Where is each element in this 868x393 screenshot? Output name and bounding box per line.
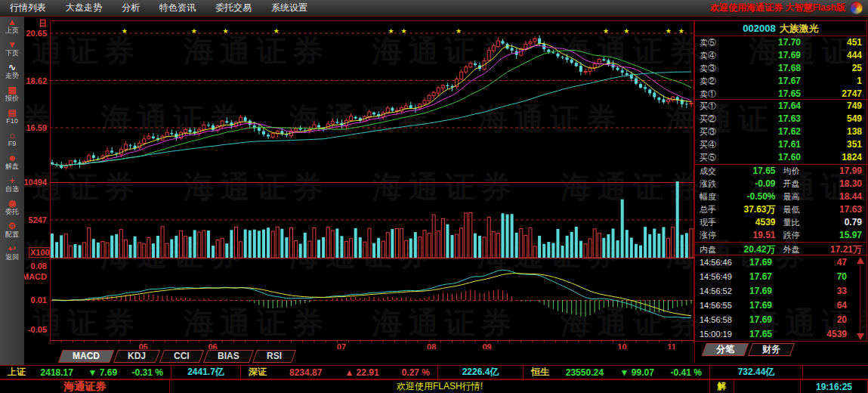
sidebar-item-label: 配置 <box>0 231 24 238</box>
detail-value: -0.09 <box>727 178 776 190</box>
level-volume: 25 <box>801 62 862 75</box>
detail-label: 跌停 <box>783 229 814 242</box>
sidebar-item-back[interactable]: ↩返回 <box>0 243 24 266</box>
sidebar-item-f9[interactable]: ⌂F9 <box>0 130 24 153</box>
tab-bias[interactable]: BIAS <box>203 350 254 363</box>
menu-bar: 行情列表大盘走势分析特色资讯委托交易系统设置 欢迎使用海通证券 大智慧Flash… <box>0 0 868 17</box>
outer-volume-value: 17.21万 <box>814 243 863 255</box>
event-star-icon: ★ <box>191 27 197 35</box>
tick-volume: 33 <box>793 284 862 299</box>
sidebar-item-page-up[interactable]: ▲上页 <box>0 17 24 39</box>
bid-row[interactable]: 买④17.61351 <box>695 138 866 151</box>
sidebar-item-trend[interactable]: ∿走势 <box>0 62 24 85</box>
index-change-percent: -0.31 % <box>132 367 163 378</box>
tab-kdj[interactable]: KDJ <box>113 350 160 363</box>
sidebar-item-order[interactable]: ◉委托 <box>0 198 24 221</box>
detail-row: 总手37.63万最低17.63 <box>695 203 866 216</box>
tick-price: 17.65 <box>749 327 793 342</box>
menu-item-2[interactable]: 大盘走势 <box>56 0 112 16</box>
sidebar-item-f10[interactable]: ▤F10 <box>0 107 24 130</box>
level-volume: 451 <box>801 36 862 49</box>
menu-item-5[interactable]: 委托交易 <box>205 0 261 16</box>
sidebar-item-settings[interactable]: ⚙配置 <box>0 221 24 243</box>
detail-value: 4539 <box>727 216 776 229</box>
x-axis-month-label: 10 <box>617 342 626 349</box>
detail-value: 17.63 <box>814 203 863 216</box>
tab-label: MACD <box>73 351 100 362</box>
level-volume: 1824 <box>801 151 862 164</box>
event-star-icon: ★ <box>122 27 128 35</box>
sidebar-item-commentary[interactable]: ☻解盘 <box>0 153 24 175</box>
trend-line-icon: ∿ <box>0 62 24 73</box>
tick-list: 14:56:4617.694714:56:4917.677014:56:5217… <box>695 255 866 342</box>
level-price: 17.65 <box>731 88 801 100</box>
scroll-track[interactable] <box>860 265 860 332</box>
detail-label: 成交 <box>700 165 727 178</box>
scroll-up-icon[interactable] <box>857 257 864 264</box>
menu-item-1[interactable]: 行情列表 <box>0 0 56 16</box>
indicator-tab-bar: MACDKDJCCIBIASRSI <box>60 350 298 363</box>
tick-scrollbar[interactable] <box>856 257 865 340</box>
event-star-icon: ★ <box>666 27 672 35</box>
ask-row[interactable]: 卖①17.652747 <box>695 88 866 101</box>
menu-item-3[interactable]: 分析 <box>112 0 150 16</box>
event-star-icon: ★ <box>603 27 609 35</box>
sidebar-item-favorites[interactable]: +自选 <box>0 175 24 198</box>
index-status-bar: 上证2418.17▼ 7.69-0.31 %2441.7亿深证8234.87▲ … <box>0 365 868 379</box>
tick-row: 14:56:5217.6933 <box>695 284 866 299</box>
bid-row[interactable]: 买③17.62138 <box>695 125 866 138</box>
gear-icon: ⚙ <box>0 221 24 231</box>
sidebar-item-page-down[interactable]: ▼下页 <box>0 39 24 62</box>
index-深证[interactable]: 深证8234.87▲ 22.910.27 % <box>241 366 438 379</box>
event-star-icon: ★ <box>401 27 407 35</box>
menu-item-6[interactable]: 系统设置 <box>261 0 317 16</box>
sidebar-item-quotes[interactable]: ▦报价 <box>0 85 24 107</box>
tick-time: 14:56:52 <box>700 284 749 299</box>
level-volume: 138 <box>801 125 862 138</box>
level-volume: 549 <box>801 113 862 125</box>
sidebar-item-label: 下页 <box>0 50 24 57</box>
panel-divider <box>694 20 695 363</box>
tick-price: 17.69 <box>749 313 793 327</box>
index-change-percent: -0.41 % <box>671 367 702 378</box>
level-volume: 444 <box>801 49 862 62</box>
ask-row[interactable]: 卖③17.6825 <box>695 62 866 75</box>
event-star-icon: ★ <box>456 27 462 35</box>
detail-row: 涨跌-0.09开盘18.30 <box>695 178 866 190</box>
ask-row[interactable]: 卖④17.69444 <box>695 49 866 62</box>
tick-volume: 64 <box>793 299 862 313</box>
ask-row[interactable]: 卖⑤17.70451 <box>695 36 866 49</box>
tab-tick-detail[interactable]: 分笔 <box>702 343 749 356</box>
level-label: 买③ <box>700 125 731 138</box>
index-value: 23550.24 <box>566 367 604 378</box>
detail-value: 0.79 <box>814 216 863 229</box>
event-star-icon: ★ <box>223 27 229 35</box>
welcome-banner: 欢迎使用海通证券 大智慧Flash版 <box>710 0 845 16</box>
level-label: 卖③ <box>700 62 731 75</box>
index-value: 2418.17 <box>41 367 73 378</box>
bid-row[interactable]: 买②17.63549 <box>695 113 866 125</box>
tab-macd[interactable]: MACD <box>58 350 114 363</box>
scroll-down-icon[interactable] <box>857 333 864 340</box>
level-volume: 1 <box>801 75 862 88</box>
sidebar-item-label: 走势 <box>0 73 24 79</box>
volume-unit-label: X100 <box>29 247 50 258</box>
jie-badge[interactable]: 解 <box>710 380 734 393</box>
tab-cci[interactable]: CCI <box>159 350 204 363</box>
ask-row[interactable]: 卖②17.671 <box>695 75 866 88</box>
index-上证[interactable]: 上证2418.17▼ 7.69-0.31 % <box>0 366 171 379</box>
bid-row[interactable]: 买①17.64749 <box>695 100 866 113</box>
sidebar-item-label: 返回 <box>0 254 24 261</box>
bid-row[interactable]: 买⑤17.601824 <box>695 151 866 164</box>
event-star-icon: ★ <box>273 27 280 35</box>
menu-item-4[interactable]: 特色资讯 <box>150 0 205 16</box>
tab-financials[interactable]: 财务 <box>748 343 795 356</box>
tick-price: 17.67 <box>749 270 793 284</box>
index-turnover: 2226.4亿 <box>438 366 524 379</box>
tick-volume: 20 <box>793 313 862 327</box>
inner-volume-label: 内盘 <box>700 243 727 255</box>
level-label: 卖① <box>700 88 731 100</box>
index-恒生[interactable]: 恒生23550.24▼ 99.07-0.41 % <box>524 366 710 379</box>
broker-name: 海通证券 <box>0 380 170 393</box>
tab-rsi[interactable]: RSI <box>252 350 296 363</box>
